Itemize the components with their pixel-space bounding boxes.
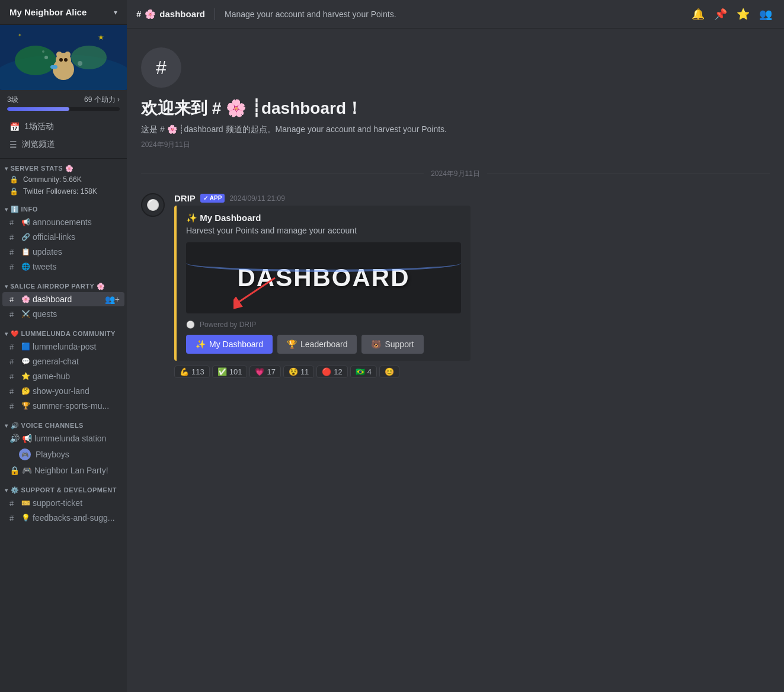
events-item[interactable]: 📅 1场活动 [0,118,127,136]
svg-point-8 [56,52,62,57]
reaction-count-red: 12 [334,367,342,376]
dashboard-emoji: 🌸 [21,295,30,303]
channel-game-hub[interactable]: # ⭐ game-hub [2,369,124,383]
reaction-count-heart: 17 [267,367,275,376]
chevron-icon-voice: ▾ [5,422,8,429]
leaderboard-btn-label: Leaderboard [300,339,347,349]
channel-summer-sports[interactable]: # 🏆 summer-sports-mu... [2,399,124,413]
channel-lummelunda-post[interactable]: # 🟦 lummelunda-post [2,339,124,354]
server-header[interactable]: My Neighbor Alice ▾ [0,0,127,25]
svg-text:✦: ✦ [18,33,22,38]
svg-point-6 [59,58,63,62]
svg-point-2 [15,46,56,75]
channel-feedbacks[interactable]: # 💡 feedbacks-and-sugg... [2,511,124,525]
quests-emoji: ⚔️ [21,310,30,318]
support-button[interactable]: 🐻 Support [361,335,423,354]
voice-user-playboys[interactable]: 🎮 Playboys [2,446,124,463]
hash-icon-l1: # [9,342,19,351]
channel-tweets[interactable]: # 🌐 tweets [2,260,124,274]
reaction-count-muscle: 113 [191,367,204,376]
updates-emoji: 📋 [21,248,30,256]
topbar-emoji: 🌸 [145,9,156,20]
pin-icon[interactable]: 📌 [712,5,729,23]
channel-show-your-land[interactable]: # 🤔 show-your-land [2,384,124,398]
voice-channel-lan-party[interactable]: 🔒 🎮 Neighbor Lan Party! [2,463,124,478]
voice-section-label: 🔊 VOICE CHANNELS [11,422,84,430]
level-label: 3级 [7,95,18,105]
lpost-emoji: 🟦 [21,342,30,351]
channel-name-summer-sports: summer-sports-mu... [33,401,120,411]
channel-quests[interactable]: # ⚔️ quests [2,307,124,321]
reaction-emoji-heart: 💗 [255,367,264,376]
server-dropdown-icon: ▾ [114,8,117,17]
reaction-count-check: 101 [229,367,242,376]
reaction-smile[interactable]: 😊 [379,366,399,378]
reaction-red[interactable]: 🔴 12 [316,366,347,378]
stat-community-label: Community: 5.66K [23,175,82,184]
footer-drip-icon: ⚪ [186,321,195,329]
hash-icon-s2: # [9,514,19,523]
message-embed: ✨ My Dashboard Harvest your Points and m… [174,206,471,361]
voice-emoji-l: 📢 [22,434,32,443]
svg-text:★: ★ [98,33,104,41]
channel-name-official-links: official-links [33,232,120,242]
airdrop-section-label: $ALICE AIRDROP PARTY 🌸 [11,283,105,290]
reaction-brazil[interactable]: 🇧🇷 4 [350,366,377,378]
channel-welcome: # 欢迎来到 # 🌸 ┊dashboard！ 这是 # 🌸 ┊dashboard… [141,38,770,159]
section-header-lummelunda[interactable]: ▾ ❤️ LUMMELUNDA COMMUNITY [0,326,127,339]
stat-twitter-label: Twitter Followers: 158K [23,187,97,196]
channel-announcements[interactable]: # 📢 announcements [2,215,124,229]
browse-channels-item[interactable]: ☰ 浏览频道 [0,136,127,153]
topbar-hash: # [136,9,141,19]
date-divider: 2024年9月11日 [141,169,770,179]
reaction-dizzy[interactable]: 😵 11 [283,366,314,378]
channel-hash-large: # [156,57,167,79]
embed-footer: ⚪ Powered by DRIP [186,321,461,329]
channel-name-tweets: tweets [33,262,120,271]
svg-point-11 [44,56,48,59]
level-bar-track [7,107,120,111]
level-bar-fill [7,107,69,111]
channel-name-game-hub: game-hub [33,371,120,381]
banner-svg: ★ ✦ [0,25,127,90]
chevron-icon-support: ▾ [5,487,8,494]
section-header-support[interactable]: ▾ ⚙️ SUPPORT & DEVELOPMENT [0,483,127,495]
section-header-voice[interactable]: ▾ 🔊 VOICE CHANNELS [0,418,127,431]
red-arrow-svg [233,275,281,310]
channel-hash-icon-4: # [9,262,19,271]
message-app-badge: ✓ APP [200,194,225,203]
chevron-icon-airdrop: ▾ [5,283,8,290]
channel-name-dashboard: dashboard [33,294,103,304]
server-banner: ★ ✦ [0,25,127,90]
badge-checkmark: ✓ [203,195,208,201]
syl-emoji: 🤔 [21,387,30,395]
embed-buttons: ✨ My Dashboard 🏆 Leaderboard 🐻 Support [186,335,461,354]
reaction-count-dizzy: 11 [300,367,309,376]
server-name: My Neighbor Alice [9,7,87,17]
channel-support-ticket[interactable]: # 🎫 support-ticket [2,496,124,510]
svg-point-13 [78,61,82,66]
reaction-check[interactable]: ✅ 101 [212,366,248,378]
section-header-server-stats[interactable]: ▾ SERVER STATS 🌸 [0,161,127,174]
channel-updates[interactable]: # 📋 updates [2,245,124,259]
add-member-icon[interactable]: 👥+ [105,294,120,304]
svg-point-3 [71,46,107,69]
my-dashboard-button[interactable]: ✨ My Dashboard [186,335,273,354]
channel-dashboard[interactable]: # 🌸 dashboard 👥+ [2,292,124,306]
reaction-emoji-dizzy: 😵 [289,367,298,376]
section-header-airdrop[interactable]: ▾ $ALICE AIRDROP PARTY 🌸 [0,279,127,291]
reaction-muscle[interactable]: 💪 113 [174,366,210,378]
reaction-heart[interactable]: 💗 17 [249,366,280,378]
section-header-info[interactable]: ▾ ℹ️ INFO [0,202,127,214]
channel-hash-icon-3: # [9,248,19,257]
voice-channel-lummelunda[interactable]: 🔊 📢 lummelunda station [2,431,124,446]
members-icon[interactable]: 👥 [757,5,775,23]
leaderboard-button[interactable]: 🏆 Leaderboard [277,335,357,354]
voice-section: ▾ 🔊 VOICE CHANNELS 🔊 📢 lummelunda statio… [0,416,127,480]
channel-official-links[interactable]: # 🔗 official-links [2,230,124,244]
channel-general-chat[interactable]: # 💬 general-chat [2,354,124,369]
topbar-description: Manage your account and harvest your Poi… [225,9,396,19]
chevron-icon-lummelunda: ▾ [5,331,8,337]
bookmark-icon[interactable]: ⭐ [734,5,752,23]
notifications-icon[interactable]: 🔔 [689,5,707,23]
